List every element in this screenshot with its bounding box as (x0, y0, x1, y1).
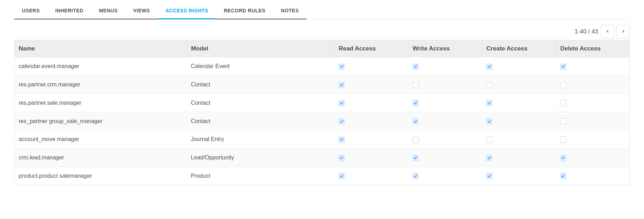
access-rights-table: Name Model Read Access Write Access Crea… (14, 40, 630, 185)
cell-model: Product (186, 167, 334, 185)
cell-delete (556, 112, 630, 130)
pager-text: 1-40 / 43 (575, 28, 598, 35)
cell-model: Contact (186, 112, 334, 130)
cell-delete (556, 94, 630, 112)
cell-delete (556, 130, 630, 149)
checkbox-create[interactable] (486, 136, 492, 143)
cell-model: Contact (186, 94, 334, 112)
checkbox-write[interactable] (412, 100, 419, 106)
table-row[interactable]: account_move managerJournal Entry (14, 130, 630, 149)
cell-write (408, 130, 482, 149)
cell-read (334, 57, 408, 76)
cell-model: Lead/Opportunity (186, 148, 334, 167)
cell-model: Contact (186, 75, 334, 94)
table-row[interactable]: res.partner.crm.managerContact (14, 75, 630, 94)
cell-name: res.partner.sale.manager (14, 94, 187, 112)
checkbox-read[interactable] (338, 155, 345, 161)
table-row[interactable]: calendar.event.managerCalendar Event (14, 57, 630, 76)
checkbox-delete[interactable] (560, 118, 566, 124)
tab-users[interactable]: USERS (14, 3, 48, 19)
checkbox-write[interactable] (412, 63, 419, 70)
tab-notes[interactable]: NOTES (273, 3, 307, 19)
cell-read (334, 112, 408, 130)
cell-read (334, 148, 408, 167)
col-header-create[interactable]: Create Access (482, 40, 556, 57)
pager-prev-button[interactable] (601, 25, 614, 38)
checkbox-read[interactable] (338, 100, 345, 106)
cell-name: calendar.event.manager (14, 57, 187, 76)
checkbox-read[interactable] (338, 63, 345, 70)
cell-read (334, 130, 408, 149)
chevron-left-icon (605, 29, 610, 35)
col-header-read[interactable]: Read Access (334, 40, 408, 57)
checkbox-read[interactable] (338, 118, 345, 124)
col-header-write[interactable]: Write Access (408, 40, 482, 57)
cell-delete (556, 75, 630, 94)
cell-write (408, 75, 482, 94)
cell-read (334, 167, 408, 185)
cell-create (482, 57, 556, 76)
tab-record-rules[interactable]: RECORD RULES (216, 3, 273, 19)
cell-model: Journal Entry (186, 130, 334, 149)
cell-write (408, 57, 482, 76)
cell-write (408, 112, 482, 130)
col-header-delete[interactable]: Delete Access (556, 40, 630, 57)
tabs-bar: USERSINHERITEDMENUSVIEWSACCESS RIGHTSREC… (14, 3, 630, 19)
checkbox-write[interactable] (412, 136, 419, 143)
cell-write (408, 94, 482, 112)
cell-create (482, 75, 556, 94)
cell-create (482, 167, 556, 185)
checkbox-write[interactable] (412, 82, 419, 88)
cell-model: Calendar Event (186, 57, 334, 76)
checkbox-delete[interactable] (560, 155, 566, 161)
tab-access-rights[interactable]: ACCESS RIGHTS (158, 3, 216, 19)
checkbox-write[interactable] (412, 118, 419, 124)
checkbox-create[interactable] (486, 118, 492, 124)
cell-create (482, 148, 556, 167)
checkbox-delete[interactable] (560, 136, 566, 143)
cell-name: res.partner.crm.manager (14, 75, 187, 94)
cell-name: crm.lead.manager (14, 148, 187, 167)
cell-name: product.product salemanager (14, 167, 187, 185)
table-row[interactable]: res_partner group_sale_managerContact (14, 112, 630, 130)
chevron-right-icon (621, 29, 626, 35)
checkbox-create[interactable] (486, 82, 492, 88)
checkbox-write[interactable] (412, 173, 419, 179)
cell-name: res_partner group_sale_manager (14, 112, 187, 130)
cell-delete (556, 148, 630, 167)
checkbox-write[interactable] (412, 155, 419, 161)
col-header-model[interactable]: Model (186, 40, 334, 57)
cell-read (334, 94, 408, 112)
checkbox-delete[interactable] (560, 82, 566, 88)
cell-write (408, 148, 482, 167)
checkbox-read[interactable] (338, 82, 345, 88)
pager-next-button[interactable] (617, 25, 630, 38)
cell-delete (556, 167, 630, 185)
cell-write (408, 167, 482, 185)
checkbox-create[interactable] (486, 155, 492, 161)
cell-delete (556, 57, 630, 76)
cell-create (482, 94, 556, 112)
tab-views[interactable]: VIEWS (125, 3, 158, 19)
checkbox-create[interactable] (486, 100, 492, 106)
table-row[interactable]: product.product salemanagerProduct (14, 167, 630, 185)
cell-create (482, 130, 556, 149)
checkbox-read[interactable] (338, 173, 345, 179)
tab-menus[interactable]: MENUS (91, 3, 125, 19)
col-header-name[interactable]: Name (14, 40, 187, 57)
checkbox-delete[interactable] (560, 100, 566, 106)
cell-create (482, 112, 556, 130)
tab-inherited[interactable]: INHERITED (48, 3, 91, 19)
checkbox-create[interactable] (486, 173, 492, 179)
cell-name: account_move manager (14, 130, 187, 149)
pager: 1-40 / 43 (14, 25, 630, 38)
checkbox-delete[interactable] (560, 63, 566, 70)
checkbox-delete[interactable] (560, 173, 566, 179)
table-row[interactable]: crm.lead.managerLead/Opportunity (14, 148, 630, 167)
checkbox-create[interactable] (486, 63, 492, 70)
table-row[interactable]: res.partner.sale.managerContact (14, 94, 630, 112)
cell-read (334, 75, 408, 94)
checkbox-read[interactable] (338, 136, 345, 143)
